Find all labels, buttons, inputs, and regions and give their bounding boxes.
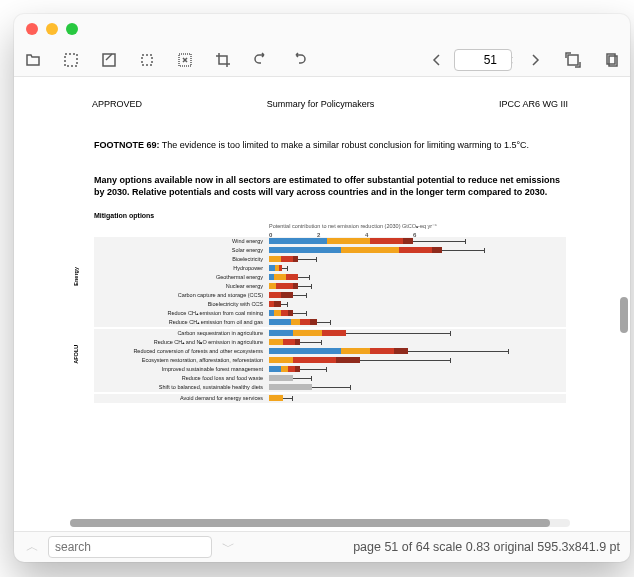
next-page-icon[interactable] bbox=[526, 51, 544, 69]
svg-rect-1 bbox=[103, 54, 115, 66]
chart-row: Ecosystem restoration, afforestation, re… bbox=[94, 356, 566, 365]
bar-label: Reduce food loss and food waste bbox=[94, 375, 269, 382]
bar-label: Carbon sequestration in agriculture bbox=[94, 330, 269, 337]
bar-label: Hydropower bbox=[94, 265, 269, 272]
horizontal-scrollbar[interactable] bbox=[70, 519, 570, 527]
bar-label: Reduced conversion of forests and other … bbox=[94, 348, 269, 355]
prev-page-icon[interactable] bbox=[428, 51, 446, 69]
chart-row: Reduced conversion of forests and other … bbox=[94, 347, 566, 356]
traffic-lights bbox=[26, 23, 78, 35]
bar-chart: EnergyWind energySolar energyBioelectric… bbox=[94, 237, 566, 403]
chart-row: Reduce CH₄ emission from oil and gas bbox=[94, 318, 566, 327]
footnote: FOOTNOTE 69: The evidence is too limited… bbox=[94, 139, 566, 151]
chart-row: Geothermal energy bbox=[94, 273, 566, 282]
chart-row: Reduce CH₄ and N₂O emission in agricultu… bbox=[94, 338, 566, 347]
bar-label: Reduce CH₄ emission from coal mining bbox=[94, 310, 269, 317]
mitigation-label: Mitigation options bbox=[94, 211, 566, 220]
chart-row: Bioelectricity with CCS bbox=[94, 300, 566, 309]
chart-row: Wind energy bbox=[94, 237, 566, 246]
chart-row: Bioelectricity bbox=[94, 255, 566, 264]
chart-row: Solar energy bbox=[94, 246, 566, 255]
zoom-selection-icon[interactable] bbox=[176, 51, 194, 69]
document-viewer[interactable]: APPROVED Summary for Policymakers IPCC A… bbox=[14, 76, 630, 532]
bar-label: Avoid demand for energy services bbox=[94, 395, 269, 402]
vertical-scrollbar[interactable] bbox=[620, 297, 628, 333]
page-nav-group: ▴ ▾ bbox=[428, 49, 544, 71]
status-text: page 51 of 64 scale 0.83 original 595.3x… bbox=[244, 540, 620, 554]
crop-icon[interactable] bbox=[214, 51, 232, 69]
bar-label: Geothermal energy bbox=[94, 274, 269, 281]
bar-label: Wind energy bbox=[94, 238, 269, 245]
page-number-input[interactable] bbox=[454, 49, 512, 71]
chart-group: EnergyWind energySolar energyBioelectric… bbox=[94, 237, 566, 327]
chart-row: Carbon sequestration in agriculture bbox=[94, 329, 566, 338]
bar-label: Improved sustainable forest management bbox=[94, 366, 269, 373]
svg-rect-0 bbox=[65, 54, 77, 66]
chart-row: Avoid demand for energy services bbox=[94, 394, 566, 403]
rotate-right-icon[interactable] bbox=[290, 51, 308, 69]
bar-label: Carbon capture and storage (CCS) bbox=[94, 292, 269, 299]
chart-group: Avoid demand for energy services bbox=[94, 394, 566, 403]
chart-row: Reduce food loss and food waste bbox=[94, 374, 566, 383]
bar-label: Nuclear energy bbox=[94, 283, 269, 290]
header-left: APPROVED bbox=[92, 99, 142, 109]
key-message: Many options available now in all sector… bbox=[94, 175, 566, 198]
toolbar: ▴ ▾ bbox=[14, 44, 630, 76]
bar-label: Bioelectricity bbox=[94, 256, 269, 263]
bar-label: Shift to balanced, sustainable healthy d… bbox=[94, 384, 269, 391]
minimize-window-button[interactable] bbox=[46, 23, 58, 35]
close-window-button[interactable] bbox=[26, 23, 38, 35]
app-window: ▴ ▾ APPROVED Summary for Policymakers IP… bbox=[14, 14, 630, 562]
open-file-icon[interactable] bbox=[24, 51, 42, 69]
axis-title: Potential contribution to net emission r… bbox=[269, 223, 437, 230]
search-prev-icon[interactable]: ︿ bbox=[24, 539, 40, 555]
chart-group: AFOLUCarbon sequestration in agriculture… bbox=[94, 329, 566, 392]
chart-row: Nuclear energy bbox=[94, 282, 566, 291]
chart-row: Shift to balanced, sustainable healthy d… bbox=[94, 383, 566, 392]
rotate-left-icon[interactable] bbox=[252, 51, 270, 69]
chart-row: Improved sustainable forest management bbox=[94, 365, 566, 374]
chart-row: Hydropower bbox=[94, 264, 566, 273]
bar-label: Reduce CH₄ and N₂O emission in agricultu… bbox=[94, 339, 269, 346]
chart-row: Reduce CH₄ emission from coal mining bbox=[94, 309, 566, 318]
export-select-icon[interactable] bbox=[100, 51, 118, 69]
pdf-page: APPROVED Summary for Policymakers IPCC A… bbox=[70, 77, 590, 532]
header-right: IPCC AR6 WG III bbox=[499, 99, 568, 109]
bar-label: Ecosystem restoration, afforestation, re… bbox=[94, 357, 269, 364]
chart-row: Carbon capture and storage (CCS) bbox=[94, 291, 566, 300]
titlebar bbox=[14, 14, 630, 44]
bar-label: Bioelectricity with CCS bbox=[94, 301, 269, 308]
svg-rect-2 bbox=[142, 55, 152, 65]
crop-dash-icon[interactable] bbox=[138, 51, 156, 69]
maximize-window-button[interactable] bbox=[66, 23, 78, 35]
header-center: Summary for Policymakers bbox=[267, 99, 375, 109]
search-next-icon[interactable]: ﹀ bbox=[220, 539, 236, 555]
search-input[interactable] bbox=[48, 536, 212, 558]
bar-label: Solar energy bbox=[94, 247, 269, 254]
select-tool-icon[interactable] bbox=[62, 51, 80, 69]
bar-label: Reduce CH₄ emission from oil and gas bbox=[94, 319, 269, 326]
svg-rect-4 bbox=[568, 55, 578, 65]
pages-icon[interactable] bbox=[602, 51, 620, 69]
statusbar: ︿ ﹀ page 51 of 64 scale 0.83 original 59… bbox=[14, 532, 630, 562]
fit-page-icon[interactable] bbox=[564, 51, 582, 69]
